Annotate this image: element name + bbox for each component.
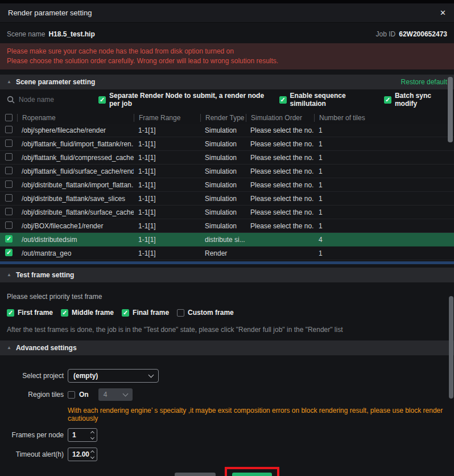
chevron-up-icon[interactable] [90, 450, 94, 454]
cell-simulation-order[interactable]: Please select the no... [246, 208, 314, 216]
row-checkbox[interactable] [5, 208, 13, 215]
frame-checkbox-item[interactable]: First frame [7, 309, 53, 317]
select-all-checkbox[interactable] [5, 114, 13, 121]
restore-default-link[interactable]: Restore default [401, 78, 447, 86]
option-label: Enable sequence similutaion [290, 92, 372, 108]
cell-simulation-order[interactable]: Please select the no... [246, 126, 314, 134]
section-test-frame[interactable]: ▲ Test frame setting [0, 268, 454, 282]
column-ropename: Ropename [17, 114, 134, 122]
project-select[interactable]: (empty) [68, 369, 159, 383]
cell-simulation-order[interactable]: Please select the no... [246, 195, 314, 203]
chevron-down-icon[interactable] [90, 435, 94, 439]
dialog-scrollbar-thumb[interactable] [449, 296, 453, 399]
header-select-all[interactable] [0, 114, 17, 122]
row-checkbox[interactable] [5, 235, 13, 243]
chevron-down-icon[interactable] [90, 454, 94, 458]
collapse-triangle-icon[interactable]: ▲ [7, 346, 11, 350]
option-checkbox[interactable] [98, 96, 106, 104]
test-frame-subtitle: Please select priority test frame [0, 293, 454, 301]
option-checkbox-item[interactable]: Batch sync modify [384, 92, 447, 108]
frame-label: Custom frame [188, 309, 234, 317]
cell-render-type: Simulation [200, 126, 246, 134]
dialog-title: Render parameter setting [8, 9, 92, 17]
frames-per-node-stepper[interactable]: 1 [68, 428, 97, 442]
section-advanced[interactable]: ▲ Advanced settings [0, 340, 454, 355]
scene-name-value: H18.5_test.hip [48, 30, 94, 38]
region-tiles-select[interactable]: 4 [98, 388, 133, 401]
cell-simulation-order[interactable]: Please select the no... [246, 154, 314, 162]
option-checkbox-item[interactable]: Separate Render Node to submit, a render… [98, 92, 267, 108]
table-row[interactable]: /obj/flattank_fluid/surface_cache/render… [0, 165, 454, 178]
cell-number-of-tiles: 1 [314, 222, 454, 230]
cell-simulation-order[interactable]: Please select the no... [246, 222, 314, 230]
submit-button[interactable]: Submit [232, 473, 272, 476]
row-checkbox[interactable] [5, 167, 13, 174]
job-id-label: Job ID [376, 30, 396, 38]
cell-ropename: /obj/flattank_fluid/surface_cache/render [17, 167, 134, 175]
row-checkbox[interactable] [5, 221, 13, 229]
row-checkbox[interactable] [5, 249, 13, 256]
region-tiles-checkbox[interactable] [68, 391, 75, 399]
close-icon[interactable]: ✕ [440, 9, 446, 17]
stepper-arrows[interactable] [91, 451, 94, 458]
cell-number-of-tiles: 1 [314, 140, 454, 148]
row-checkbox[interactable] [5, 126, 13, 133]
cell-simulation-order[interactable]: Please select the no... [246, 167, 314, 175]
cell-ropename: /out/distributedsim [17, 236, 134, 244]
cell-ropename: /obj/flattank_fluid/import_flattank/ren.… [17, 140, 134, 148]
table-row[interactable]: /obj/distribute_flattank/save_slices 1-1… [0, 192, 454, 206]
frame-checkbox-item[interactable]: Custom frame [177, 309, 234, 317]
frame-checkbox-item[interactable]: Middle frame [61, 309, 114, 317]
node-search-input[interactable] [19, 96, 98, 104]
cell-simulation-order[interactable]: Please select the no... [246, 140, 314, 148]
row-checkbox[interactable] [5, 153, 13, 161]
table-row[interactable]: /obj/flattank_fluid/import_flattank/ren.… [0, 137, 454, 151]
region-tiles-label: Region tiles [0, 391, 64, 399]
table-horizontal-scrollbar[interactable] [0, 261, 454, 264]
cell-frame-range: 1-1[1] [134, 249, 200, 257]
table-row[interactable]: /out/mantra_geo 1-1[1] Render 1 [0, 247, 454, 260]
frames-per-node-label: Frames per node [0, 431, 64, 439]
node-search-box[interactable] [7, 96, 98, 104]
table-scrollbar-thumb[interactable] [448, 77, 453, 142]
table-option-checkboxes: Separate Render Node to submit, a render… [98, 92, 447, 108]
frame-checkbox-item[interactable]: Final frame [122, 309, 169, 317]
option-checkbox[interactable] [384, 96, 391, 104]
cell-render-type: distribute si... [200, 236, 246, 244]
table-row[interactable]: /out/distributedsim 1-1[1] distribute si… [0, 233, 454, 247]
frame-label: Middle frame [72, 309, 114, 317]
frame-checkbox[interactable] [122, 309, 129, 317]
timeout-alert-stepper[interactable]: 12.00 [68, 448, 97, 461]
cell-render-type: Simulation [200, 208, 246, 216]
option-checkbox[interactable] [279, 96, 287, 104]
row-checkbox[interactable] [5, 139, 13, 147]
frame-checkbox[interactable] [7, 309, 14, 317]
dialog-titlebar: Render parameter setting ✕ [0, 3, 454, 23]
collapse-triangle-icon[interactable]: ▲ [7, 273, 11, 277]
cell-number-of-tiles: 4 [314, 236, 454, 244]
table-row[interactable]: /obj/flattank_fluid/compressed_cache... … [0, 151, 454, 165]
row-checkbox[interactable] [5, 180, 13, 188]
node-table: /obj/sphere/filecache/render 1-1[1] Simu… [0, 124, 454, 260]
collapse-triangle-icon[interactable]: ▲ [7, 80, 11, 84]
frame-checkbox[interactable] [177, 309, 184, 317]
option-checkbox-item[interactable]: Enable sequence similutaion [279, 92, 372, 108]
table-row[interactable]: /obj/sphere/filecache/render 1-1[1] Simu… [0, 124, 454, 137]
scene-name-label: Scene name [7, 30, 45, 38]
cancel-button[interactable]: Cancel [175, 473, 216, 476]
cell-ropename: /obj/distribute_flattank/surface_cache..… [17, 208, 134, 216]
option-label: Separate Render Node to submit, a render… [109, 92, 267, 108]
section-scene-parameter[interactable]: ▲ Scene parameter setting Restore defaul… [0, 75, 454, 89]
frame-checkbox[interactable] [61, 309, 68, 317]
table-row[interactable]: /obj/distribute_flattank/surface_cache..… [0, 206, 454, 219]
cell-render-type: Render [200, 249, 246, 257]
section-advanced-title: Advanced settings [16, 344, 77, 352]
cell-simulation-order[interactable]: Please select the no... [246, 181, 314, 189]
cell-ropename: /obj/BOX/filecache1/render [17, 222, 134, 230]
table-row[interactable]: /obj/distribute_flattank/import_flattan.… [0, 178, 454, 192]
table-row[interactable]: /obj/BOX/filecache1/render 1-1[1] Simula… [0, 219, 454, 233]
cell-ropename: /obj/distribute_flattank/import_flattan.… [17, 181, 134, 189]
chevron-up-icon[interactable] [90, 430, 94, 434]
stepper-arrows[interactable] [91, 432, 94, 439]
row-checkbox[interactable] [5, 194, 13, 202]
